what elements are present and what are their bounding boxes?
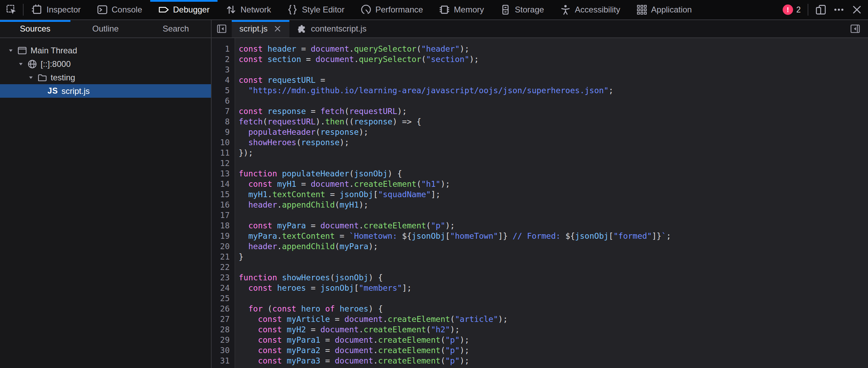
editor-tab-script-js[interactable]: script.js	[232, 20, 289, 37]
code-line-content[interactable]: "https://mdn.github.io/learning-area/jav…	[239, 85, 613, 96]
tab-console[interactable]: Console	[89, 0, 150, 19]
tab-outline[interactable]: Outline	[70, 20, 141, 37]
editor-tab-contentscript-js[interactable]: contentscript.js	[289, 20, 374, 37]
meatball-menu-icon[interactable]	[833, 4, 844, 15]
code-line-content[interactable]: header.appendChild(myH1);	[239, 200, 368, 210]
code-line-content[interactable]: const response = fetch(requestURL);	[239, 106, 407, 116]
line-number[interactable]: 9	[212, 127, 230, 137]
line-number[interactable]: 5	[212, 85, 230, 96]
line-number[interactable]: 24	[212, 283, 230, 293]
line-number[interactable]: 6	[212, 96, 230, 106]
error-count-badge[interactable]: ! 2	[783, 5, 801, 15]
line-number[interactable]: 26	[212, 304, 230, 314]
tab-network[interactable]: Network	[218, 0, 279, 19]
tab-debugger[interactable]: Debugger	[150, 0, 218, 19]
line-number[interactable]: 31	[212, 356, 230, 366]
code-line-content[interactable]: const myPara1 = document.createElement("…	[239, 335, 469, 345]
tree-item-Main-Thread[interactable]: Main Thread	[0, 44, 211, 57]
line-number[interactable]: 18	[212, 220, 230, 231]
line-number[interactable]: 12	[212, 158, 230, 168]
code-line-content[interactable]: const myPara2 = document.createElement("…	[239, 345, 469, 356]
tab-storage[interactable]: Storage	[492, 0, 552, 19]
code-token: (	[296, 138, 301, 147]
source-panel-tabs: SourcesOutlineSearch	[0, 20, 212, 37]
twisty-down-icon[interactable]	[26, 75, 35, 81]
code-line: 6	[212, 96, 868, 106]
code-token: const	[239, 55, 263, 64]
code-line-content[interactable]: const myH2 = document.createElement("h2"…	[239, 324, 460, 335]
line-number[interactable]: 7	[212, 106, 230, 116]
twisty-down-icon[interactable]	[16, 61, 25, 67]
collapse-sources-icon[interactable]	[212, 20, 232, 37]
code-line-content[interactable]: function populateHeader(jsonObj) {	[239, 168, 402, 179]
gutter-spacer	[230, 304, 235, 314]
code-line-content[interactable]: const requestURL =	[239, 75, 325, 85]
twisty-down-icon[interactable]	[6, 47, 15, 54]
close-icon[interactable]	[851, 4, 862, 15]
line-number[interactable]: 1	[212, 44, 230, 54]
line-number[interactable]: 13	[212, 168, 230, 179]
line-number[interactable]: 8	[212, 116, 230, 127]
tree-item-script-js[interactable]: JSscript.js	[0, 84, 211, 98]
code-editor[interactable]: 1const header = document.querySelector("…	[212, 38, 868, 368]
code-line-content[interactable]: populateHeader(response);	[239, 127, 368, 137]
code-line-content[interactable]: const header = document.querySelector("h…	[239, 44, 469, 54]
line-number[interactable]: 16	[212, 200, 230, 210]
code-line-content[interactable]: function showHeroes(jsonObj) {	[239, 272, 383, 283]
code-token: const	[258, 346, 282, 355]
code-line-content[interactable]: header.appendChild(myPara);	[239, 241, 378, 252]
code-line-content[interactable]: const heroes = jsonObj["members"];	[239, 283, 412, 293]
tab-close-icon[interactable]	[273, 25, 282, 33]
tab-inspector[interactable]: Inspector	[24, 0, 89, 19]
tree-item--8000[interactable]: [::]:8000	[0, 57, 211, 71]
line-number[interactable]: 19	[212, 231, 230, 241]
code-token	[263, 107, 267, 116]
gutter-spacer	[230, 96, 235, 106]
code-line-content[interactable]: showHeroes(response);	[239, 137, 349, 148]
code-line-content[interactable]: }	[239, 252, 244, 262]
code-token: appendChild	[282, 242, 335, 251]
tab-label: Performance	[375, 5, 423, 15]
tree-item-testing[interactable]: testing	[0, 71, 211, 84]
code-line-content[interactable]: myPara.textContent = `Hometown: ${jsonOb…	[239, 231, 671, 241]
line-number[interactable]: 21	[212, 252, 230, 262]
code-line-content[interactable]: const myPara = document.createElement("p…	[239, 220, 455, 231]
line-number[interactable]: 29	[212, 335, 230, 345]
line-number[interactable]: 17	[212, 210, 230, 220]
tab-performance[interactable]: Performance	[352, 0, 431, 19]
code-line-content[interactable]: for (const hero of heroes) {	[239, 304, 383, 314]
code-line-content[interactable]: const myH1 = document.createElement("h1"…	[239, 179, 450, 189]
line-number[interactable]: 20	[212, 241, 230, 252]
code-token: (	[349, 169, 354, 178]
code-line-content[interactable]: const myArticle = document.createElement…	[239, 314, 508, 324]
tab-application[interactable]: Application	[628, 0, 700, 19]
expand-panes-icon[interactable]	[845, 24, 865, 34]
tab-sources[interactable]: Sources	[0, 20, 70, 37]
code-line-content[interactable]: const section = document.querySelector("…	[239, 54, 479, 64]
tab-styleeditor[interactable]: Style Editor	[279, 0, 352, 19]
line-number[interactable]: 30	[212, 345, 230, 356]
line-number[interactable]: 4	[212, 75, 230, 85]
line-number[interactable]: 14	[212, 179, 230, 189]
line-number[interactable]: 15	[212, 189, 230, 200]
tab-search[interactable]: Search	[141, 20, 211, 37]
code-token: document	[311, 179, 349, 189]
line-number[interactable]: 25	[212, 293, 230, 304]
line-number[interactable]: 11	[212, 148, 230, 158]
code-line-content[interactable]: fetch(requestURL).then((response) => {	[239, 116, 421, 127]
responsive-design-icon[interactable]	[815, 4, 826, 15]
line-number[interactable]: 3	[212, 64, 230, 75]
line-number[interactable]: 10	[212, 137, 230, 148]
line-number[interactable]: 28	[212, 324, 230, 335]
code-line-content[interactable]: const myPara3 = document.createElement("…	[239, 356, 469, 366]
line-number[interactable]: 2	[212, 54, 230, 64]
code-line-content[interactable]: });	[239, 148, 253, 158]
line-number[interactable]: 23	[212, 272, 230, 283]
code-line-content[interactable]: myH1.textContent = jsonObj["squadName"];	[239, 189, 441, 200]
line-number[interactable]: 22	[212, 262, 230, 272]
node-picker-button[interactable]	[0, 0, 23, 19]
code-line: 17	[212, 210, 868, 220]
tab-accessibility[interactable]: Accessibility	[552, 0, 628, 19]
tab-memory[interactable]: Memory	[431, 0, 492, 19]
line-number[interactable]: 27	[212, 314, 230, 324]
